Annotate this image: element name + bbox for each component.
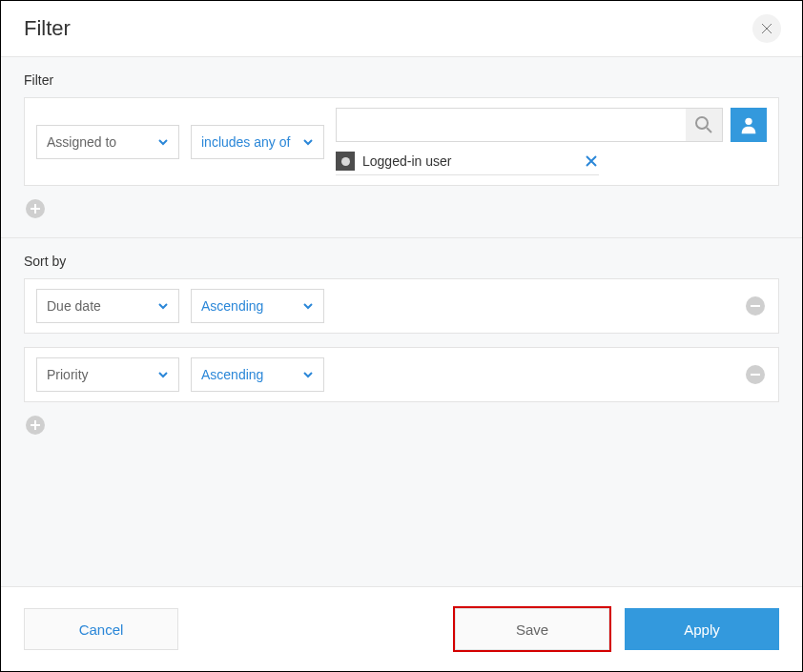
filter-value-input-row [336,108,767,142]
chevron-down-icon [302,300,314,312]
chevron-down-icon [157,300,169,312]
filter-section: Filter Assigned to includes any of [1,57,802,237]
sort-field-label: Due date [47,298,101,314]
chevron-down-icon [157,136,169,148]
sort-add-row [24,416,779,435]
filter-row: Assigned to includes any of [24,97,779,186]
minus-icon [751,301,760,311]
remove-sort-button[interactable] [746,365,765,384]
filter-value-area: Logged-in user [336,108,767,175]
dialog-body: Filter Assigned to includes any of [1,56,802,586]
filter-operator-select[interactable]: includes any of [191,125,324,159]
sort-row: Due date Ascending [24,278,779,334]
chip-label: Logged-in user [362,153,584,169]
sort-field-label: Priority [47,367,89,382]
remove-sort-button[interactable] [746,296,765,316]
user-picker-button[interactable] [731,108,767,142]
filter-section-label: Filter [24,72,779,88]
dialog-title: Filter [24,16,71,41]
svg-point-1 [745,118,752,125]
close-icon [586,155,597,167]
chip-avatar [336,152,355,171]
sort-direction-select[interactable]: Ascending [191,357,324,392]
sort-direction-label: Ascending [201,298,263,314]
save-button[interactable]: Save [455,608,609,650]
sort-direction-label: Ascending [201,367,263,382]
close-button[interactable] [752,14,781,43]
minus-icon [751,370,760,379]
filter-value-chip: Logged-in user [336,152,599,175]
sort-section-label: Sort by [24,254,779,269]
filter-field-select[interactable]: Assigned to [36,125,179,159]
sort-row: Priority Ascending [24,347,779,402]
chip-remove-button[interactable] [584,153,599,169]
add-filter-button[interactable] [26,199,45,218]
chevron-down-icon [302,369,314,380]
sort-field-select[interactable]: Due date [36,289,179,323]
plus-icon [31,204,40,214]
filter-value-input[interactable] [337,109,686,141]
filter-operator-label: includes any of [201,134,290,150]
user-icon [738,114,759,135]
add-sort-button[interactable] [26,416,45,435]
dialog-header: Filter [1,1,802,56]
sort-field-select[interactable]: Priority [36,357,179,392]
filter-value-input-wrap [336,108,723,142]
sort-direction-select[interactable]: Ascending [191,289,324,323]
cancel-button[interactable]: Cancel [24,608,178,650]
filter-dialog: Filter Filter Assigned to includes any o… [0,0,803,672]
footer-right-group: Save Apply [455,608,779,650]
filter-field-label: Assigned to [47,134,116,150]
sort-section: Sort by Due date Ascending Priority [1,237,802,454]
chevron-down-icon [302,136,314,148]
dialog-footer: Cancel Save Apply [1,586,802,671]
apply-button[interactable]: Apply [625,608,779,650]
filter-add-row [24,199,779,218]
chevron-down-icon [157,369,169,380]
svg-point-0 [696,117,708,129]
search-button[interactable] [686,109,722,141]
close-icon [761,23,772,34]
plus-icon [31,420,40,430]
search-icon [694,115,713,134]
